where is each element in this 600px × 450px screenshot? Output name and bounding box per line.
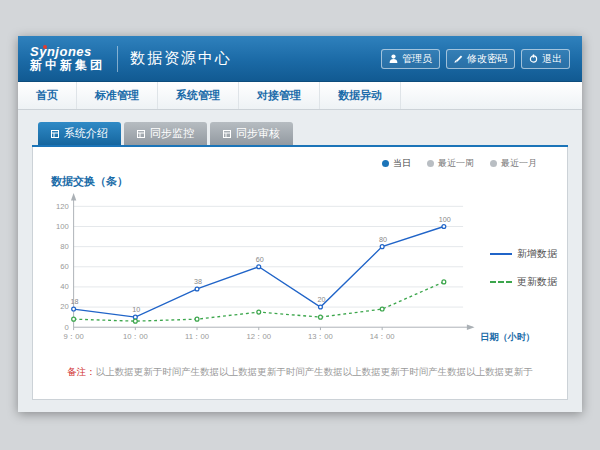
- svg-text:100: 100: [56, 222, 69, 231]
- admin-user-button[interactable]: 管理员: [381, 49, 440, 69]
- svg-text:20: 20: [317, 295, 325, 304]
- page-title: 数据资源中心: [130, 49, 232, 68]
- svg-text:日期（小时）: 日期（小时）: [480, 332, 535, 342]
- app-window: Synjones 新中新集团 数据资源中心 管理员 修改密码: [18, 36, 582, 412]
- series-legend: 新增数据 更新数据: [490, 247, 557, 289]
- radio-dot-icon: [427, 160, 434, 167]
- chart-panel: 当日 最近一周 最近一月 数据交换（条） 0204060801001209：00…: [32, 147, 568, 400]
- svg-text:10: 10: [132, 305, 140, 314]
- logout-label: 退出: [542, 52, 562, 66]
- brand-logo: Synjones 新中新集团: [30, 45, 105, 72]
- svg-text:12：00: 12：00: [246, 332, 271, 341]
- svg-text:60: 60: [256, 255, 264, 264]
- svg-text:80: 80: [379, 235, 387, 244]
- svg-text:80: 80: [60, 242, 69, 251]
- footnote-text: 以上数据更新于时间产生数据以上数据更新于时间产生数据以上数据更新于时间产生数据以…: [96, 366, 533, 377]
- header-divider: [117, 46, 118, 72]
- content-area: 系统介绍 同步监控 同步审核 当日: [18, 110, 582, 412]
- grid-icon: [223, 130, 231, 138]
- svg-text:10：00: 10：00: [123, 332, 148, 341]
- brand-logo-subtext: 新中新集团: [30, 59, 105, 72]
- line-swatch-solid: [490, 253, 512, 255]
- filter-label: 最近一月: [501, 157, 537, 170]
- line-swatch-dashed: [490, 281, 512, 283]
- brand-logo-text: Synjones: [30, 45, 105, 59]
- user-icon: [389, 54, 398, 63]
- grid-icon: [137, 130, 145, 138]
- svg-text:13：00: 13：00: [308, 332, 333, 341]
- grid-icon: [51, 130, 59, 138]
- line-chart-svg: 0204060801001209：0010：0011：0012：0013：001…: [41, 191, 559, 348]
- radio-dot-icon: [490, 160, 497, 167]
- legend-item-update-data[interactable]: 更新数据: [490, 275, 557, 289]
- brand-logo-dot: [43, 45, 47, 49]
- filter-label: 最近一周: [438, 157, 474, 170]
- logout-button[interactable]: 退出: [521, 49, 570, 69]
- svg-text:100: 100: [439, 215, 451, 224]
- tab-sync-audit[interactable]: 同步审核: [210, 122, 293, 145]
- tab-label: 系统介绍: [64, 126, 108, 141]
- filter-last-week[interactable]: 最近一周: [427, 157, 474, 170]
- tab-label: 同步审核: [236, 126, 280, 141]
- change-password-label: 修改密码: [467, 52, 507, 66]
- nav-item-interface-mgmt[interactable]: 对接管理: [239, 82, 320, 109]
- nav-item-home[interactable]: 首页: [18, 82, 77, 109]
- tabs-row: 系统介绍 同步监控 同步审核: [32, 122, 568, 147]
- nav-item-data-change[interactable]: 数据异动: [320, 82, 401, 109]
- line-chart: 0204060801001209：0010：0011：0012：0013：001…: [41, 191, 559, 348]
- tab-system-intro[interactable]: 系统介绍: [38, 122, 121, 145]
- power-icon: [529, 54, 538, 63]
- legend-label: 新增数据: [517, 247, 557, 261]
- nav-item-standard-mgmt[interactable]: 标准管理: [77, 82, 158, 109]
- tab-label: 同步监控: [150, 126, 194, 141]
- svg-text:38: 38: [194, 277, 202, 286]
- svg-text:20: 20: [60, 302, 69, 311]
- svg-text:60: 60: [60, 262, 69, 271]
- main-nav: 首页 标准管理 系统管理 对接管理 数据异动: [18, 82, 582, 110]
- y-axis-title: 数据交换（条）: [51, 174, 559, 189]
- header-actions: 管理员 修改密码 退出: [381, 49, 570, 69]
- svg-text:18: 18: [71, 297, 79, 306]
- nav-item-system-mgmt[interactable]: 系统管理: [158, 82, 239, 109]
- svg-text:11：00: 11：00: [185, 332, 209, 341]
- svg-text:40: 40: [60, 282, 69, 291]
- change-password-button[interactable]: 修改密码: [446, 49, 515, 69]
- legend-item-new-data[interactable]: 新增数据: [490, 247, 557, 261]
- radio-dot-icon: [382, 160, 389, 167]
- admin-user-label: 管理员: [402, 52, 432, 66]
- time-range-filter: 当日 最近一周 最近一月: [41, 153, 559, 170]
- svg-text:14：00: 14：00: [370, 332, 395, 341]
- app-header: Synjones 新中新集团 数据资源中心 管理员 修改密码: [18, 36, 582, 82]
- footnote: 备注：以上数据更新于时间产生数据以上数据更新于时间产生数据以上数据更新于时间产生…: [41, 366, 559, 379]
- filter-today[interactable]: 当日: [382, 157, 411, 170]
- legend-label: 更新数据: [517, 275, 557, 289]
- desktop-background: Synjones 新中新集团 数据资源中心 管理员 修改密码: [0, 0, 600, 450]
- filter-label: 当日: [393, 157, 411, 170]
- footnote-prefix: 备注：: [67, 366, 96, 377]
- svg-text:0: 0: [65, 323, 69, 332]
- tab-sync-monitor[interactable]: 同步监控: [124, 122, 207, 145]
- pencil-icon: [454, 54, 463, 63]
- svg-text:9：00: 9：00: [63, 332, 83, 341]
- filter-last-month[interactable]: 最近一月: [490, 157, 537, 170]
- svg-text:120: 120: [56, 202, 69, 211]
